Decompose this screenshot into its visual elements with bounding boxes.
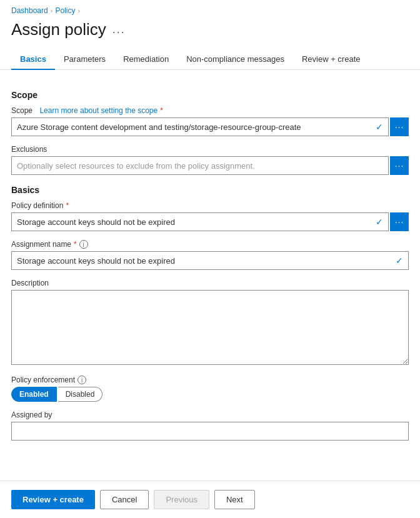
assignment-name-value: Storage account keys should not be expir… (12, 256, 408, 266)
page-title: Assign policy (11, 20, 106, 39)
toggle-disabled-button[interactable]: Disabled (58, 387, 103, 402)
policy-definition-ellipsis-button[interactable]: ··· (390, 212, 409, 231)
scope-label: Scope Learn more about setting the scope… (11, 106, 409, 115)
exclusions-label: Exclusions (11, 145, 409, 154)
policy-definition-input-row: Storage account keys should not be expir… (11, 212, 409, 231)
policy-enforcement-info-icon: i (78, 376, 86, 384)
policy-enforcement-toggle: Enabled Disabled (11, 387, 409, 402)
description-field-group: Description (11, 279, 409, 367)
cancel-button[interactable]: Cancel (100, 490, 149, 509)
tab-bar: Basics Parameters Remediation Non-compli… (0, 49, 420, 70)
scope-check-icon: ✓ (376, 122, 383, 132)
review-create-button[interactable]: Review + create (11, 490, 95, 509)
previous-button: Previous (154, 490, 209, 509)
assigned-by-label: Assigned by (11, 411, 409, 419)
exclusions-input-row: Optionally select resources to exclude f… (11, 156, 409, 175)
exclusions-placeholder: Optionally select resources to exclude f… (12, 161, 388, 171)
scope-field-group: Scope Learn more about setting the scope… (11, 106, 409, 136)
scope-field: Azure Storage content development and te… (11, 117, 389, 136)
breadcrumb-policy[interactable]: Policy (55, 6, 75, 15)
breadcrumb-sep-2: › (78, 7, 80, 14)
toggle-enabled-button[interactable]: Enabled (11, 387, 57, 402)
assignment-name-input-row: Storage account keys should not be expir… (11, 251, 409, 270)
tab-basics[interactable]: Basics (11, 49, 55, 70)
page-header: Assign policy ... (0, 17, 420, 49)
exclusions-ellipsis-button[interactable]: ··· (390, 156, 409, 175)
next-button[interactable]: Next (214, 490, 255, 509)
description-input[interactable] (11, 290, 409, 365)
scope-input-row: Azure Storage content development and te… (11, 117, 409, 136)
scope-value: Azure Storage content development and te… (12, 122, 388, 132)
main-content: Scope Scope Learn more about setting the… (0, 70, 420, 493)
basics-section-title: Basics (11, 185, 409, 195)
tab-non-compliance[interactable]: Non-compliance messages (178, 49, 293, 70)
assignment-name-check-icon: ✓ (396, 256, 403, 266)
assignment-name-field-group: Assignment name * i Storage account keys… (11, 240, 409, 270)
breadcrumb-dashboard[interactable]: Dashboard (11, 6, 48, 15)
assignment-name-required: * (74, 240, 77, 249)
tab-remediation[interactable]: Remediation (114, 49, 178, 70)
assignment-name-field[interactable]: Storage account keys should not be expir… (11, 251, 409, 270)
policy-enforcement-field-group: Policy enforcement i Enabled Disabled (11, 376, 409, 402)
page-menu-icon[interactable]: ... (112, 23, 126, 36)
policy-definition-required: * (66, 201, 69, 210)
exclusions-field-group: Exclusions Optionally select resources t… (11, 145, 409, 175)
description-label: Description (11, 279, 409, 287)
scope-section-title: Scope (11, 90, 409, 100)
policy-definition-field-group: Policy definition * Storage account keys… (11, 201, 409, 231)
assigned-by-input[interactable] (11, 422, 409, 441)
policy-definition-field: Storage account keys should not be expir… (11, 212, 389, 231)
breadcrumb-sep-1: › (51, 7, 53, 14)
scope-ellipsis-button[interactable]: ··· (390, 117, 409, 136)
tab-parameters[interactable]: Parameters (55, 49, 114, 70)
assigned-by-field-group: Assigned by (11, 411, 409, 441)
policy-definition-label: Policy definition * (11, 201, 409, 210)
scope-required-marker: * (160, 106, 163, 115)
footer: Review + create Cancel Previous Next (0, 481, 420, 518)
policy-enforcement-label: Policy enforcement i (11, 376, 409, 384)
assignment-name-info-icon: i (79, 240, 88, 249)
policy-definition-value: Storage account keys should not be expir… (12, 217, 388, 227)
breadcrumb: Dashboard › Policy › (0, 0, 420, 17)
scope-learn-more-link[interactable]: Learn more about setting the scope (39, 106, 158, 115)
assignment-name-label: Assignment name * i (11, 240, 409, 249)
tab-review-create[interactable]: Review + create (293, 49, 369, 70)
policy-definition-check-icon: ✓ (376, 217, 383, 227)
exclusions-field: Optionally select resources to exclude f… (11, 156, 389, 175)
